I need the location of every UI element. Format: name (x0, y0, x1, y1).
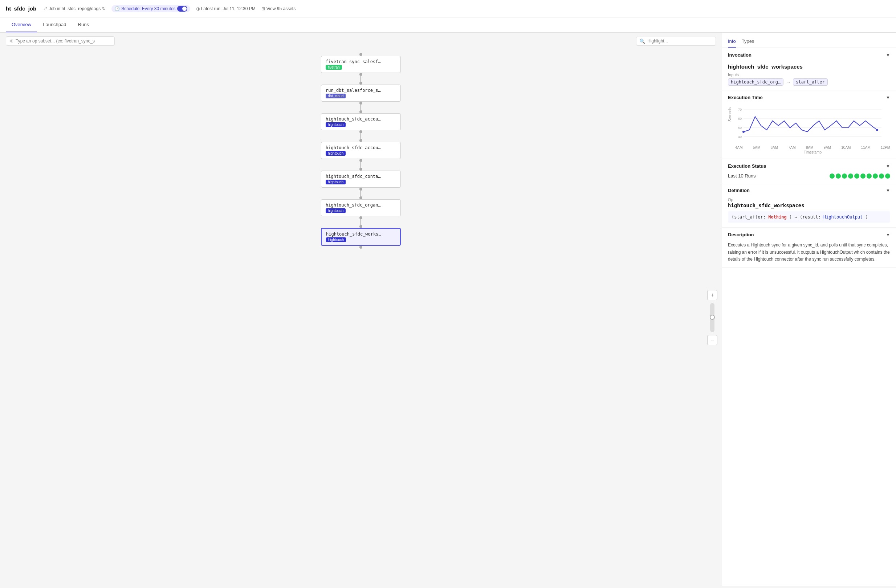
schedule-toggle[interactable] (177, 6, 187, 12)
invocation-chevron-icon: ▼ (886, 53, 890, 58)
svg-text:50: 50 (738, 126, 742, 129)
job-title: ht_sfdc_job (6, 5, 36, 12)
description-text: Executes a Hightouch sync for a given sy… (728, 242, 890, 263)
dag-dot-btm-5 (360, 187, 362, 190)
inputs-label: Inputs (728, 73, 890, 77)
dag-dot-top-1 (360, 53, 362, 56)
dag-node-tag-4: hightouch (326, 151, 346, 156)
zoom-controls: + − (707, 290, 718, 345)
invocation-body: hightouch_sfdc_workspaces Inputs hightou… (722, 62, 896, 90)
svg-text:60: 60 (738, 117, 742, 120)
run-dot-4 (848, 174, 853, 178)
main-tabs-bar: Overview Launchpad Runs (0, 17, 896, 33)
run-dots (830, 174, 890, 178)
highlight-search-input[interactable] (647, 38, 713, 44)
execution-time-body: Seconds 70 60 (722, 105, 896, 158)
description-header-label: Description (728, 232, 754, 238)
op-label: Op (728, 198, 890, 202)
execution-time-header[interactable]: Execution Time ▼ (722, 90, 896, 105)
dag-node-name-5: hightouch_sfdc_conta… (326, 174, 396, 179)
dag-dot-btm-7 (360, 246, 362, 248)
run-dot-9 (879, 174, 884, 178)
x-label-4am: 4AM (735, 146, 743, 149)
zoom-in-button[interactable]: + (707, 290, 718, 300)
dag-dot-top-7 (360, 225, 362, 228)
main-layout: ✳ 🔍 fivetran_sync_salesf… fivetran (0, 33, 896, 586)
run-dot-3 (842, 174, 847, 178)
zoom-slider[interactable] (710, 303, 715, 332)
run-dot-7 (867, 174, 872, 178)
sig-result-colon: : (818, 215, 823, 219)
dag-node-tag-2: dbt_cloud (326, 94, 346, 98)
execution-time-header-label: Execution Time (728, 95, 763, 100)
description-header[interactable]: Description ▼ (722, 228, 896, 242)
run-dot-1 (830, 174, 835, 178)
op-search-input[interactable] (15, 38, 111, 44)
dag-dot-top-6 (360, 197, 362, 199)
definition-header[interactable]: Definition ▼ (722, 183, 896, 198)
dag-node-name-7: hightouch_sfdc_works… (326, 232, 396, 237)
run-dot-10 (885, 174, 890, 178)
top-bar-meta: ⎇ Job in ht_sfdc_repo@dags ↻ 🕐 Schedule:… (42, 5, 296, 12)
op-search-wrap[interactable]: ✳ (6, 36, 115, 46)
sig-param-key: start_after (734, 215, 763, 219)
execution-status-chevron-icon: ▼ (886, 164, 890, 169)
tab-runs[interactable]: Runs (72, 17, 95, 32)
zoom-thumb[interactable] (710, 315, 715, 320)
dag-node-hightouch-4[interactable]: hightouch_sfdc_organ… hightouch (321, 199, 401, 216)
dag-connector-3 (361, 133, 361, 139)
dag-node-hightouch-5-selected[interactable]: hightouch_sfdc_works… hightouch (321, 228, 401, 246)
dag-dot-btm-1 (360, 73, 362, 76)
dag-connector-5 (361, 190, 361, 197)
clock-icon: 🕐 (114, 6, 120, 11)
grid-icon: ⊞ (261, 6, 265, 11)
x-label-11am: 11AM (861, 146, 870, 149)
sig-param-type: Nothing (768, 215, 787, 219)
x-label-9am: 9AM (824, 146, 831, 149)
right-tab-info[interactable]: Info (728, 36, 736, 47)
dag-connector-4 (361, 162, 361, 168)
input-chip: hightouch_sfdc_org… (728, 78, 783, 86)
assets-link[interactable]: ⊞ View 95 assets (261, 6, 296, 11)
dag-node-tag-5: hightouch (326, 180, 346, 184)
tab-launchpad[interactable]: Launchpad (37, 17, 72, 32)
dag-node-fivetran[interactable]: fivetran_sync_salesf… fivetran (321, 56, 401, 73)
svg-point-8 (742, 131, 745, 133)
svg-point-9 (876, 129, 878, 131)
sig-result-key: result (802, 215, 818, 219)
execution-status-section: Execution Status ▼ Last 10 Runs (722, 159, 896, 183)
def-signature: (start_after: Nothing ) ⇒ (result: Hight… (728, 211, 890, 223)
zoom-out-button[interactable]: − (707, 335, 718, 345)
dag-connector-1 (361, 76, 361, 82)
dag-connector-6 (361, 219, 361, 225)
repo-label: Job in ht_sfdc_repo@dags (49, 6, 101, 11)
dag-node-name-3: hightouch_sfdc_accou… (326, 117, 396, 122)
svg-text:40: 40 (738, 135, 742, 139)
dag-connector-2 (361, 105, 361, 110)
execution-status-header[interactable]: Execution Status ▼ (722, 159, 896, 173)
schedule-badge[interactable]: 🕐 Schedule: Every 30 minutes (111, 5, 190, 12)
run-dot-5 (854, 174, 859, 178)
x-label-8am: 8AM (806, 146, 814, 149)
moon-icon: ◑ (196, 6, 200, 11)
search-icon: 🔍 (639, 38, 645, 44)
dag-node-hightouch-2[interactable]: hightouch_sfdc_accou… hightouch (321, 142, 401, 159)
x-label-6am: 6AM (770, 146, 778, 149)
dag-dot-btm-6 (360, 216, 362, 219)
dag-node-hightouch-3[interactable]: hightouch_sfdc_conta… hightouch (321, 171, 401, 187)
last-runs-row: Last 10 Runs (728, 173, 890, 178)
svg-text:70: 70 (738, 108, 742, 111)
right-tab-types[interactable]: Types (742, 36, 754, 47)
arrow-icon: → (786, 79, 791, 85)
refresh-icon[interactable]: ↻ (102, 6, 106, 11)
invocation-header[interactable]: Invocation ▼ (722, 48, 896, 62)
top-bar: ht_sfdc_job ⎇ Job in ht_sfdc_repo@dags ↻… (0, 0, 896, 17)
highlight-search-wrap[interactable]: 🔍 (636, 37, 716, 46)
repo-meta: ⎇ Job in ht_sfdc_repo@dags ↻ (42, 6, 106, 11)
execution-time-section: Execution Time ▼ Seconds (722, 90, 896, 159)
definition-chevron-icon: ▼ (886, 188, 890, 193)
tab-overview[interactable]: Overview (6, 17, 37, 32)
dag-node-dbt[interactable]: run_dbt_salesforce_s… dbt_cloud (321, 85, 401, 102)
dag-node-hightouch-1[interactable]: hightouch_sfdc_accou… hightouch (321, 113, 401, 130)
run-dot-8 (873, 174, 878, 178)
